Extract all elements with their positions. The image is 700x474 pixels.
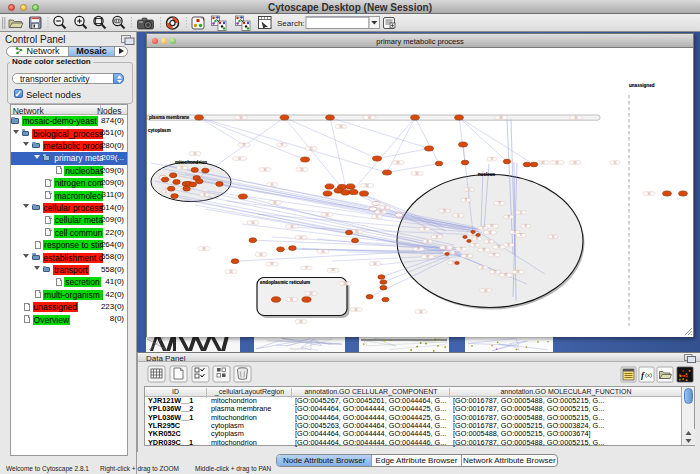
svg-text:III: III [614, 160, 617, 164]
svg-text:III: III [281, 143, 284, 147]
svg-text:III: III [436, 234, 439, 238]
svg-text:IIII: IIII [242, 143, 245, 147]
svg-text:IIII: IIII [325, 212, 328, 216]
svg-text:IIII: IIII [229, 269, 232, 273]
svg-text:endoplasmic reticulum: endoplasmic reticulum [260, 280, 310, 285]
svg-text:III: III [508, 215, 511, 219]
svg-text:IIII: IIII [365, 183, 368, 187]
svg-text:IIII: IIII [290, 297, 293, 301]
svg-text:III: III [271, 182, 274, 186]
svg-text:IIII: IIII [263, 167, 266, 171]
svg-text:IIII: IIII [541, 160, 544, 164]
svg-text:IIII: IIII [193, 151, 196, 155]
svg-text:IIII: IIII [238, 156, 241, 160]
svg-text:mitochondrion: mitochondrion [175, 160, 207, 165]
svg-text:IIII: IIII [647, 191, 650, 195]
svg-text:IIII: IIII [299, 235, 302, 239]
svg-text:III: III [520, 233, 523, 237]
svg-text:III: III [468, 187, 471, 191]
svg-text:III: III [482, 265, 485, 269]
svg-text:IIII: IIII [309, 291, 312, 295]
svg-text:IIII: IIII [490, 224, 493, 228]
svg-text:IIII: IIII [259, 252, 262, 256]
svg-text:IIII: IIII [299, 319, 302, 323]
svg-text:IIII: IIII [368, 115, 371, 119]
svg-text:III: III [474, 243, 477, 247]
svg-text:III: III [203, 192, 206, 196]
svg-text:II: II [165, 189, 167, 193]
svg-text:IIII: IIII [396, 160, 399, 164]
svg-text:III: III [520, 210, 523, 214]
svg-text:IIII: IIII [270, 262, 273, 266]
svg-text:IIII: IIII [343, 281, 346, 285]
svg-text:III: III [376, 214, 379, 218]
svg-text:IIII: IIII [239, 115, 242, 119]
svg-text:IIII: IIII [444, 245, 447, 249]
svg-text:IIII: IIII [202, 246, 205, 250]
svg-text:IIII: IIII [492, 253, 495, 257]
svg-text:IIII: IIII [574, 115, 577, 119]
svg-text:IIII: IIII [379, 210, 382, 214]
svg-text:IIII: IIII [251, 220, 254, 224]
svg-text:IIII: IIII [300, 167, 303, 171]
svg-text:plasma membrane: plasma membrane [149, 115, 190, 120]
svg-text:IIII: IIII [321, 249, 324, 253]
svg-text:IIII: IIII [465, 254, 468, 258]
svg-text:IIII: IIII [355, 229, 358, 233]
svg-text:IIII: IIII [516, 270, 519, 274]
svg-text:IIII: IIII [339, 124, 342, 128]
svg-text:IIII: IIII [426, 254, 429, 258]
svg-text:IIII: IIII [497, 245, 500, 249]
svg-text:III: III [494, 270, 497, 274]
svg-text:III: III [508, 243, 511, 247]
svg-text:III: III [457, 213, 460, 217]
svg-text:IIII: IIII [573, 160, 576, 164]
svg-text:III: III [476, 237, 479, 241]
svg-text:IIII: IIII [331, 268, 334, 272]
svg-text:IIII: IIII [415, 171, 418, 175]
svg-text:IIII: IIII [499, 115, 502, 119]
svg-text:IIII: IIII [419, 309, 422, 313]
svg-text:III: III [427, 239, 430, 243]
svg-text:IIII: IIII [482, 248, 485, 252]
svg-text:III: III [524, 224, 527, 228]
svg-text:III: III [491, 157, 494, 161]
svg-text:III: III [417, 247, 420, 251]
svg-text:IIII: IIII [273, 200, 276, 204]
svg-text:IIII: IIII [504, 273, 507, 277]
svg-text:IIII: IIII [484, 288, 487, 292]
svg-text:III: III [482, 226, 485, 230]
svg-text:IIII: IIII [443, 208, 446, 212]
svg-text:IIII: IIII [373, 261, 376, 265]
svg-text:cytoplasm: cytoplasm [148, 127, 171, 132]
svg-text:Search:: Search: [277, 19, 305, 28]
svg-text:unassigned: unassigned [629, 83, 655, 88]
svg-text:III: III [465, 198, 468, 202]
svg-text:III: III [514, 230, 517, 234]
svg-text:IIII: IIII [354, 307, 357, 311]
svg-text:IIII: IIII [290, 224, 293, 228]
svg-text:IIII: IIII [309, 146, 312, 150]
svg-text:III: III [181, 166, 184, 170]
svg-text:III: III [552, 234, 555, 238]
svg-text:III: III [498, 201, 501, 205]
svg-text:IIII: IIII [555, 160, 558, 164]
svg-text:(x): (x) [645, 372, 652, 378]
svg-text:III: III [460, 247, 463, 251]
svg-text:III: III [423, 227, 426, 231]
svg-text:nucleus: nucleus [478, 171, 496, 176]
svg-text:III: III [488, 239, 491, 243]
svg-text:IIII: IIII [488, 230, 491, 234]
svg-text:III: III [384, 205, 387, 209]
svg-text:III: III [305, 266, 308, 270]
